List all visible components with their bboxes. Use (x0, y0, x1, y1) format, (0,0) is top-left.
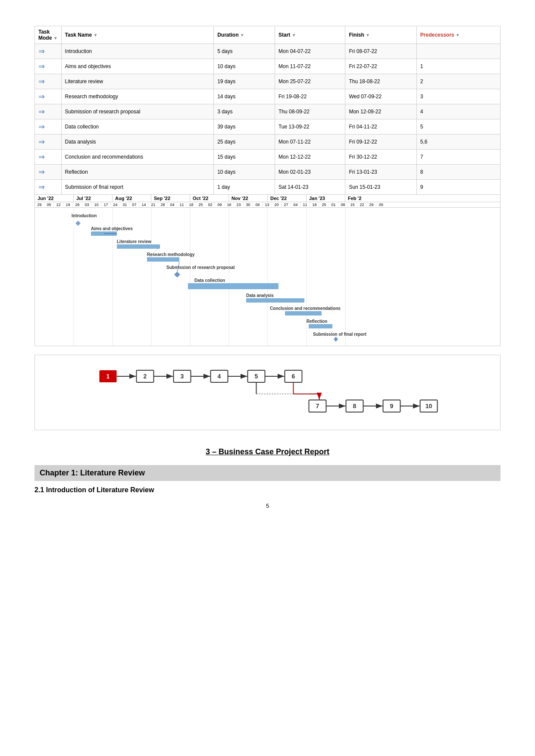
date-cell: 19 (63, 202, 73, 207)
date-cell: 23 (234, 202, 244, 207)
date-cell: 18 (187, 202, 196, 207)
page-number: 5 (34, 503, 501, 509)
table-row: ⇒ Literature review 19 days Mon 25-07-22… (35, 74, 501, 89)
node-label-6: 6 (292, 373, 295, 380)
cell-task-name: Data collection (61, 119, 214, 134)
cell-duration: 39 days (214, 119, 275, 134)
cell-task-mode: ⇒ (35, 104, 62, 119)
date-cell: 18 (310, 202, 319, 207)
cell-start: Thu 08-09-22 (275, 104, 345, 119)
cell-task-mode: ⇒ (35, 165, 62, 180)
date-cell: 17 (101, 202, 111, 207)
date-cell: 14 (139, 202, 149, 207)
cell-duration: 10 days (214, 59, 275, 74)
month-dec22: Dec '22 (268, 195, 307, 202)
cell-task-name: Literature review (61, 74, 214, 89)
cell-task-mode: ⇒ (35, 134, 62, 150)
cell-task-name: Submission of research proposal (61, 104, 214, 119)
date-cell: 05 (44, 202, 54, 207)
date-cell: 01 (329, 202, 338, 207)
date-cell: 29 (367, 202, 376, 207)
cell-start: Mon 12-12-22 (275, 150, 345, 165)
table-row: ⇒ Introduction 5 days Mon 04-07-22 Fri 0… (35, 44, 501, 59)
date-cell: 16 (225, 202, 234, 207)
cell-finish: Fri 13-01-23 (345, 165, 416, 180)
col-header-task-mode: TaskMode ▼ (35, 26, 62, 44)
date-cell: 10 (92, 202, 101, 207)
date-cell: 22 (357, 202, 367, 207)
cell-start: Mon 02-01-23 (275, 165, 345, 180)
date-cell: 02 (206, 202, 215, 207)
gantt-bar-reflection (309, 324, 332, 328)
cell-start: Tue 13-09-22 (275, 119, 345, 134)
cell-task-name: Reflection (61, 165, 214, 180)
cell-duration: 19 days (214, 74, 275, 89)
date-cell: 12 (54, 202, 63, 207)
date-cell: 11 (177, 202, 187, 207)
table-row: ⇒ Data collection 39 days Tue 13-09-22 F… (35, 119, 501, 134)
date-cell: 03 (82, 202, 92, 207)
date-cell: 05 (376, 202, 386, 207)
cell-start: Fri 19-08-22 (275, 89, 345, 104)
task-mode-icon: ⇒ (38, 62, 45, 71)
date-cell: 31 (120, 202, 130, 207)
table-row: ⇒ Data analysis 25 days Mon 07-11-22 Fri… (35, 134, 501, 150)
date-cell: 26 (73, 202, 82, 207)
cell-duration: 5 days (214, 44, 275, 59)
network-svg: 1 2 3 4 5 6 7 (44, 362, 491, 422)
cell-start: Mon 25-07-22 (275, 74, 345, 89)
date-cell: 06 (253, 202, 263, 207)
date-cell: 13 (263, 202, 272, 207)
date-cell: 25 (196, 202, 206, 207)
gantt-label-datacollection: Data collection (194, 278, 225, 283)
svg-marker-9 (174, 272, 180, 278)
cell-task-name: Submission of final report (61, 180, 214, 195)
date-cell: 15 (348, 202, 357, 207)
node-label-7: 7 (316, 403, 319, 409)
cell-task-mode: ⇒ (35, 74, 62, 89)
date-cell: 07 (130, 202, 139, 207)
task-mode-icon: ⇒ (38, 107, 45, 116)
gantt-label-aims: Aims and objectives (91, 226, 133, 231)
task-mode-icon: ⇒ (38, 122, 45, 131)
month-jan23: Jan '23 (307, 195, 345, 202)
node-label-9: 9 (390, 403, 394, 409)
cell-predecessors: 3 (416, 89, 500, 104)
col-header-predecessors: Predecessors ▼ (416, 26, 500, 44)
cell-task-name: Conclusion and recommendations (61, 150, 214, 165)
cell-task-mode: ⇒ (35, 180, 62, 195)
cell-duration: 25 days (214, 134, 275, 150)
cell-finish: Fri 30-12-22 (345, 150, 416, 165)
date-cell: 21 (149, 202, 158, 207)
date-cell: 27 (282, 202, 291, 207)
gantt-bar-litreview (117, 244, 160, 249)
cell-task-name: Aims and objectives (61, 59, 214, 74)
gantt-chart-area: Jun '22 Jul '22 Aug '22 Sep '22 Oct '22 … (34, 195, 501, 346)
month-oct22: Oct '22 (190, 195, 229, 202)
cell-task-mode: ⇒ (35, 44, 62, 59)
gantt-label-research: Research methodology (147, 252, 195, 257)
cell-finish: Wed 07-09-22 (345, 89, 416, 104)
date-cell: 04 (168, 202, 177, 207)
col-header-finish: Finish ▼ (345, 26, 416, 44)
cell-predecessors: 8 (416, 165, 500, 180)
svg-marker-10 (334, 337, 338, 342)
date-cell: 11 (300, 202, 310, 207)
cell-start: Mon 11-07-22 (275, 59, 345, 74)
task-mode-icon: ⇒ (38, 153, 45, 161)
date-cell: 30 (244, 202, 253, 207)
section-title: 3 – Business Case Project Report (34, 447, 501, 456)
gantt-label-finalreport: Submission of final report (313, 332, 367, 337)
table-row: ⇒ Research methodology 14 days Fri 19-08… (35, 89, 501, 104)
cell-finish: Fri 04-11-22 (345, 119, 416, 134)
cell-start: Mon 04-07-22 (275, 44, 345, 59)
table-row: ⇒ Submission of final report 1 day Sat 1… (35, 180, 501, 195)
cell-start: Mon 07-11-22 (275, 134, 345, 150)
gantt-label-conclusion: Conclusion and recommendations (270, 306, 341, 311)
cell-predecessors: 5,6 (416, 134, 500, 150)
node-label-2: 2 (144, 373, 147, 380)
cell-start: Sat 14-01-23 (275, 180, 345, 195)
cell-task-mode: ⇒ (35, 119, 62, 134)
gantt-bar-datacollection (188, 283, 278, 289)
date-cell: 20 (272, 202, 282, 207)
